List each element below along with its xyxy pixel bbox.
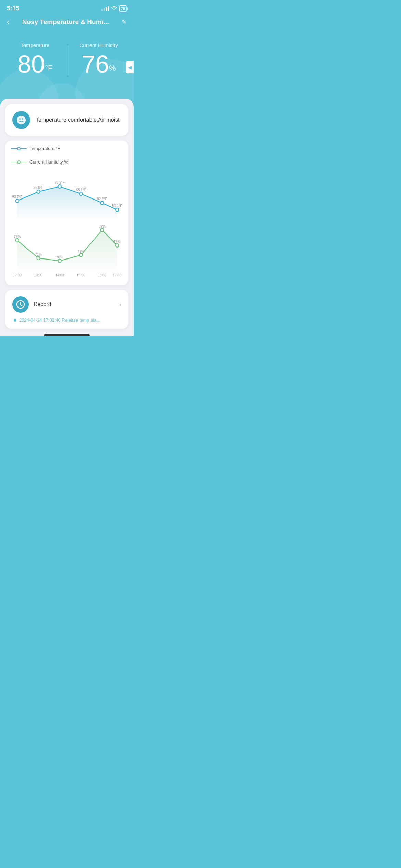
svg-text:71%: 71% (35, 252, 42, 257)
header: ‹ Nosy Temperature & Humi... ✎ (0, 15, 134, 32)
svg-point-22 (37, 256, 40, 260)
svg-text:70%: 70% (56, 255, 63, 260)
record-title: Record (34, 301, 51, 308)
home-indicator (44, 334, 90, 336)
temp-legend-item: Temperature °F (11, 146, 60, 151)
humidity-legend-item: Current Humidity % (11, 159, 68, 165)
svg-point-26 (116, 244, 119, 247)
record-chevron-icon[interactable]: › (119, 301, 121, 308)
svg-point-25 (100, 228, 104, 232)
temperature-value: 80°F (7, 50, 63, 78)
svg-text:15:00: 15:00 (76, 273, 85, 277)
svg-text:12:00: 12:00 (13, 273, 22, 277)
page-title: Nosy Temperature & Humi... (22, 18, 109, 26)
status-icons: 70 (101, 5, 127, 12)
svg-text:72%: 72% (77, 249, 84, 254)
svg-text:86.9°F: 86.9°F (54, 180, 65, 185)
svg-text:14:00: 14:00 (56, 273, 64, 277)
svg-text:85.1°F: 85.1°F (76, 188, 86, 192)
battery-icon: 70 (119, 5, 127, 12)
comfort-card: Temperature comfortable,Air moist (5, 104, 128, 136)
svg-text:83.7°F: 83.7°F (12, 195, 22, 199)
svg-point-4 (17, 116, 26, 124)
svg-point-23 (58, 259, 61, 263)
svg-text:80.1°F: 80.1°F (112, 204, 122, 208)
cards-container: Temperature comfortable,Air moist Temper… (0, 99, 134, 336)
signal-icon (101, 6, 109, 11)
back-button[interactable]: ‹ (7, 17, 9, 26)
comfort-text: Temperature comfortable,Air moist (36, 117, 120, 123)
humidity-label: Current Humidity (71, 42, 127, 48)
svg-text:85.6°F: 85.6°F (33, 185, 44, 190)
svg-point-5 (19, 118, 21, 120)
svg-point-21 (16, 239, 19, 242)
svg-point-8 (16, 199, 19, 203)
temperature-metric: Temperature 80°F (7, 42, 63, 78)
svg-point-10 (58, 185, 61, 188)
svg-text:82.2°F: 82.2°F (97, 197, 107, 201)
wifi-icon (111, 5, 117, 11)
chart-card: Temperature °F Current Humidity % (5, 141, 128, 285)
humidity-legend-label: Current Humidity % (29, 159, 68, 165)
svg-point-11 (79, 192, 82, 195)
svg-point-9 (37, 190, 40, 193)
svg-text:16:00: 16:00 (98, 273, 106, 277)
svg-text:78%: 78% (14, 234, 21, 239)
chart-area: 83.7°F 85.6°F 86.9°F 85.1°F 82.2°F 80.1°… (11, 170, 123, 280)
status-time: 5:15 (7, 5, 19, 12)
humidity-value: 76% (71, 50, 127, 78)
record-card: Record › 2024-04-14 17:02:40 Release tem… (5, 290, 128, 329)
record-icon (12, 296, 29, 313)
svg-point-24 (79, 253, 82, 257)
svg-text:17:00: 17:00 (113, 273, 121, 277)
metrics-container: Temperature 80°F Current Humidity 76% (0, 39, 134, 82)
svg-text:13:00: 13:00 (34, 273, 43, 277)
temp-legend-line (11, 147, 27, 150)
temp-legend-label: Temperature °F (29, 146, 60, 151)
metric-divider (67, 45, 67, 76)
status-bar: 5:15 70 (0, 0, 134, 15)
record-header: Record › (12, 296, 121, 313)
record-left: Record (12, 296, 51, 313)
svg-point-13 (116, 208, 119, 212)
chart-legend: Temperature °F Current Humidity % (11, 146, 123, 165)
record-bullet-icon (14, 319, 16, 322)
svg-text:82%: 82% (99, 224, 106, 229)
hero-section: Temperature 80°F Current Humidity 76% ◀ (0, 32, 134, 102)
svg-point-6 (22, 118, 23, 120)
svg-marker-20 (17, 230, 117, 269)
edit-button[interactable]: ✎ (122, 18, 127, 26)
temperature-label: Temperature (7, 42, 63, 48)
record-entry: 2024-04-14 17:02:40 Release temp ala... (12, 317, 121, 323)
humidity-metric: Current Humidity 76% (71, 42, 127, 78)
comfort-icon (12, 111, 30, 129)
svg-point-12 (100, 201, 104, 205)
side-toggle-button[interactable]: ◀ (126, 61, 134, 73)
svg-text:76%: 76% (114, 240, 121, 244)
humidity-legend-line (11, 160, 27, 164)
